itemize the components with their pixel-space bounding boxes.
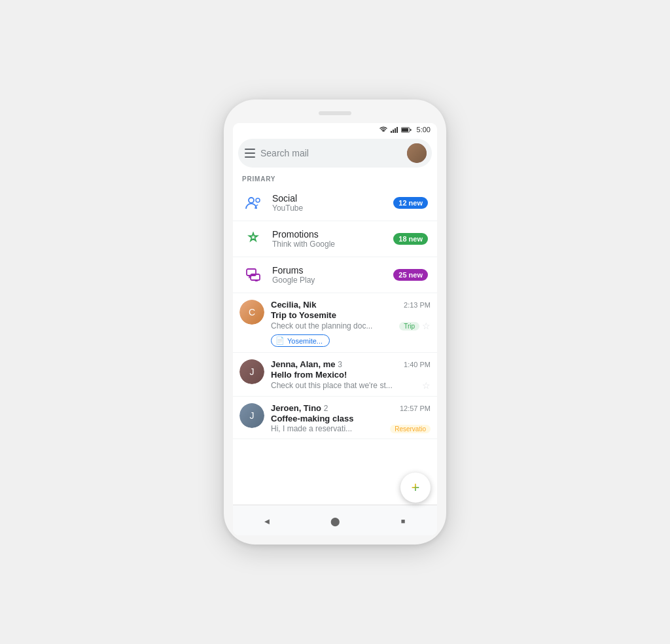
social-icon [242,192,264,214]
bottom-navigation: ◄ ⬤ ■ [233,505,437,535]
promotions-info: Promotions Think with Google [272,229,385,249]
forums-info: Forums Google Play [272,265,385,285]
email-header-jenna: Jenna, Alan, me 3 1:40 PM [271,359,431,369]
section-label-primary: PRIMARY [233,171,437,185]
status-time: 5:00 [417,126,431,134]
promotions-icon [242,228,264,250]
svg-rect-7 [245,149,255,150]
subject-jenna: Hello from Mexico! [271,370,431,380]
preview-row-jenna: Check out this place that we're st... ☆ [271,380,431,391]
forums-name: Forums [272,265,385,276]
email-row-cecilia[interactable]: C Cecilia, Nik 2:13 PM Trip to Yosemite … [233,293,437,353]
phone-speaker [319,111,351,115]
forums-subtitle: Google Play [272,276,385,285]
forums-icon [242,264,264,286]
status-bar: 5:00 [233,123,437,135]
battery-icon [401,127,412,133]
star-jenna[interactable]: ☆ [422,380,431,391]
attachment-chip[interactable]: 📄 Yosemite... [271,334,330,347]
promotions-badge: 18 new [393,233,428,245]
social-badge: 12 new [393,197,428,209]
compose-fab[interactable]: + [400,473,431,503]
menu-icon[interactable] [245,149,255,158]
svg-point-10 [249,198,254,203]
preview-row-cecilia: Check out the planning doc... Trip ☆ [271,321,431,331]
signal-icon [391,126,398,133]
back-icon: ◄ [263,516,272,526]
doc-icon: 📄 [275,336,285,345]
avatar-jeroen: J [239,403,264,428]
email-content-jenna: Jenna, Alan, me 3 1:40 PM Hello from Mex… [271,359,431,391]
attachment-row-cecilia: 📄 Yosemite... [271,334,431,347]
tag-reservation: Reservatio [390,425,431,433]
user-avatar[interactable] [407,143,427,163]
avatar-image [407,143,427,163]
svg-rect-1 [393,130,394,133]
promotions-name: Promotions [272,229,385,240]
phone-screen: 5:00 Search mail PRIMARY [233,123,437,535]
svg-rect-6 [410,129,412,131]
promotions-subtitle: Think with Google [272,240,385,249]
sender-cecilia: Cecilia, Nik [271,300,316,310]
category-forums[interactable]: Forums Google Play 25 new [233,257,437,293]
preview-jenna: Check out this place that we're st... [271,381,419,390]
sender-jenna: Jenna, Alan, me 3 [271,359,342,369]
home-icon: ⬤ [330,516,340,526]
time-cecilia: 2:13 PM [404,301,431,309]
email-content-cecilia: Cecilia, Nik 2:13 PM Trip to Yosemite Ch… [271,300,431,347]
avatar-jenna: J [239,359,264,384]
status-icons: 5:00 [379,126,431,134]
tag-trip: Trip [399,322,419,331]
svg-rect-0 [391,131,392,133]
svg-rect-8 [245,152,255,154]
social-name: Social [272,193,385,204]
svg-rect-5 [402,128,408,132]
preview-cecilia: Check out the planning doc... [271,321,397,331]
svg-rect-2 [395,128,396,133]
compose-plus-icon: + [412,479,420,496]
search-placeholder[interactable]: Search mail [260,148,402,158]
nav-back-button[interactable]: ◄ [256,510,277,531]
category-promotions[interactable]: Promotions Think with Google 18 new [233,221,437,257]
search-bar[interactable]: Search mail [238,139,432,168]
nav-home-button[interactable]: ⬤ [325,510,345,531]
recent-icon: ■ [401,517,406,525]
attachment-label: Yosemite... [287,337,323,345]
category-social[interactable]: Social YouTube 12 new [233,185,437,221]
svg-rect-3 [397,127,398,133]
svg-point-11 [256,198,260,202]
svg-rect-9 [245,156,255,158]
time-jeroen: 12:57 PM [400,404,431,412]
forums-badge: 25 new [393,269,428,281]
email-header-jeroen: Jeroen, Tino 2 12:57 PM [271,403,431,413]
social-subtitle: YouTube [272,204,385,213]
time-jenna: 1:40 PM [404,361,431,368]
star-cecilia[interactable]: ☆ [422,321,431,331]
subject-jeroen: Coffee-making class [271,414,431,423]
email-row-jenna[interactable]: J Jenna, Alan, me 3 1:40 PM Hello from M… [233,353,437,397]
email-content-jeroen: Jeroen, Tino 2 12:57 PM Coffee-making cl… [271,403,431,433]
avatar-cecilia: C [239,300,264,325]
social-info: Social YouTube [272,193,385,213]
sender-count-jenna: 3 [338,360,342,369]
phone-device: 5:00 Search mail PRIMARY [224,99,446,545]
email-row-jeroen[interactable]: J Jeroen, Tino 2 12:57 PM Coffee-making … [233,397,437,439]
email-header-cecilia: Cecilia, Nik 2:13 PM [271,300,431,310]
mail-list: Social YouTube 12 new Promotions Think w… [233,185,437,505]
preview-row-jeroen: Hi, I made a reservati... Reservatio [271,424,431,433]
wifi-icon [379,126,388,133]
nav-recent-button[interactable]: ■ [393,510,414,531]
subject-cecilia: Trip to Yosemite [271,310,431,320]
preview-jeroen: Hi, I made a reservati... [271,424,387,433]
sender-jeroen: Jeroen, Tino 2 [271,403,328,413]
sender-count-jeroen: 2 [324,404,328,413]
